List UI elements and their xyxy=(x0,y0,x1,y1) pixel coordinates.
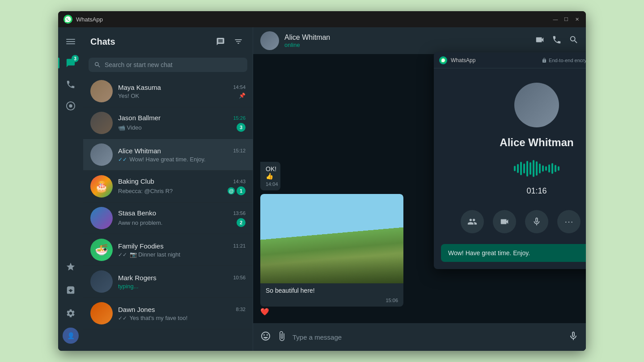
chat-time: 10:56 xyxy=(233,275,246,280)
message-bubble: OK! 👍 14:04 xyxy=(260,162,291,190)
chat-name: Maya Kasuma xyxy=(118,84,161,91)
chats-badge: 3 xyxy=(72,55,79,62)
chat-header: Alice Whitman online xyxy=(253,27,586,54)
search-bar xyxy=(83,56,253,76)
list-item[interactable]: 🍜 Family Foodies 11:21 ✓✓ 📷 Dinner last … xyxy=(83,234,253,266)
pin-icon: 📌 xyxy=(239,93,246,99)
svg-rect-1 xyxy=(66,39,75,40)
list-item[interactable]: Alice Whitman 15:12 ✓✓ Wow! Have great t… xyxy=(83,139,253,171)
chat-time: 15:12 xyxy=(233,148,246,153)
mic-button[interactable] xyxy=(568,331,579,344)
app-title: WhatsApp xyxy=(76,16,552,23)
avatar: 🎂 xyxy=(90,175,113,198)
participants-button[interactable] xyxy=(461,210,484,233)
list-item[interactable]: 🎂 Baking Club 14:43 Rebecca: @Chris R? @ xyxy=(83,171,253,202)
chat-header-status: online xyxy=(284,42,530,48)
chat-info: Dawn Jones 8:32 ✓✓ Yes that's my fave to… xyxy=(118,306,246,321)
avatar xyxy=(90,112,113,134)
sidebar-chats-icon[interactable]: 3 xyxy=(62,54,80,72)
maximize-button[interactable]: ☐ xyxy=(563,16,570,23)
close-button[interactable]: ✕ xyxy=(573,16,580,23)
unread-badge: 3 xyxy=(237,123,246,132)
user-avatar[interactable]: 👤 xyxy=(63,328,79,344)
chat-preview: Rebecca: @Chris R? xyxy=(118,188,228,194)
chat-time: 13:56 xyxy=(233,210,246,216)
list-item[interactable]: Dawn Jones 8:32 ✓✓ Yes that's my fave to… xyxy=(83,298,253,329)
filter-icon[interactable] xyxy=(231,34,246,49)
chat-input-bar xyxy=(253,323,586,351)
chat-time: 11:21 xyxy=(233,243,246,248)
chat-info: Jason Ballmer 15:26 📹 Video 3 xyxy=(118,114,246,132)
sidebar-calls-icon[interactable] xyxy=(62,76,80,93)
avatar xyxy=(90,270,113,293)
chat-name: Alice Whitman xyxy=(118,147,161,155)
avatar xyxy=(90,207,113,229)
voice-call-button[interactable] xyxy=(552,35,562,47)
sidebar-archived-icon[interactable] xyxy=(62,281,80,299)
sidebar-starred-icon[interactable] xyxy=(62,258,80,276)
sidebar-bottom: 👤 xyxy=(62,256,80,347)
chat-preview: 📹 Video xyxy=(118,124,237,131)
message-content: OK! 👍 14:04 xyxy=(260,162,280,190)
chat-list-panel: Chats xyxy=(83,27,253,351)
image-caption: So beautiful here! xyxy=(260,283,403,298)
image-time: 15:06 xyxy=(260,298,403,307)
list-item[interactable]: Maya Kasuma 14:54 Yes! OK 📌 xyxy=(83,76,253,107)
more-options-button[interactable]: ⋯ xyxy=(557,210,580,233)
sidebar-menu-icon[interactable] xyxy=(62,33,80,51)
search-icon xyxy=(94,61,101,68)
chat-info: Baking Club 14:43 Rebecca: @Chris R? @ 1 xyxy=(118,177,246,195)
mute-button[interactable] xyxy=(525,210,548,233)
chat-name: Jason Ballmer xyxy=(118,114,161,122)
list-item[interactable]: Jason Ballmer 15:26 📹 Video 3 xyxy=(83,107,253,139)
call-overlay-titlebar: WhatsApp End-to-end encrypted — ☐ ✕ xyxy=(434,52,586,68)
sidebar-settings-icon[interactable] xyxy=(62,304,80,322)
chat-info: Stasa Benko 13:56 Aww no problem. 2 xyxy=(118,209,246,227)
new-chat-button[interactable] xyxy=(213,34,228,49)
chat-info: Mark Rogers 10:56 typing... xyxy=(118,274,246,290)
video-call-button[interactable] xyxy=(535,35,545,47)
call-avatar xyxy=(514,83,559,127)
chat-preview: Yes! OK xyxy=(118,93,239,99)
search-input[interactable] xyxy=(105,61,242,68)
list-item[interactable]: Mark Rogers 10:56 typing... xyxy=(83,266,253,298)
call-contact-name: Alice Whitman xyxy=(500,136,573,149)
app-logo xyxy=(64,15,72,24)
title-bar: WhatsApp — ☐ ✕ xyxy=(58,11,586,27)
avatar xyxy=(90,80,113,102)
chat-time: 8:32 xyxy=(236,307,246,312)
minimize-button[interactable]: — xyxy=(552,16,559,23)
avatar xyxy=(90,143,113,166)
list-item[interactable]: Stasa Benko 13:56 Aww no problem. 2 xyxy=(83,202,253,234)
attach-button[interactable] xyxy=(276,331,287,344)
search-input-wrap xyxy=(89,58,247,72)
chat-time: 14:43 xyxy=(233,179,246,184)
chat-name: Dawn Jones xyxy=(118,306,155,313)
app-body: 3 xyxy=(58,27,586,351)
call-encryption: End-to-end encrypted xyxy=(530,58,586,63)
call-overlay-app-name: WhatsApp xyxy=(451,57,530,63)
emoji-button[interactable] xyxy=(260,331,271,344)
window-controls: — ☐ ✕ xyxy=(552,16,580,23)
chat-header-avatar[interactable] xyxy=(260,31,279,50)
unread-badge: 2 xyxy=(237,218,246,227)
sidebar-status-icon[interactable] xyxy=(62,97,80,115)
chat-info: Maya Kasuma 14:54 Yes! OK 📌 xyxy=(118,84,246,99)
chat-name: Stasa Benko xyxy=(118,209,156,217)
image-placeholder xyxy=(260,194,403,283)
encryption-text: End-to-end encrypted xyxy=(549,58,586,63)
image-wrap: So beautiful here! 15:06 xyxy=(260,194,403,307)
svg-rect-2 xyxy=(66,41,75,42)
message-text: OK! 👍 xyxy=(266,165,276,180)
sidebar: 3 xyxy=(58,27,83,351)
message-input[interactable] xyxy=(292,333,563,341)
search-button[interactable] xyxy=(569,35,579,47)
call-timer: 01:16 xyxy=(526,186,547,196)
image-message: So beautiful here! 15:06 ❤️ xyxy=(260,194,403,316)
chat-list-header: Chats xyxy=(83,27,253,56)
avatar: 🍜 xyxy=(90,239,113,261)
video-toggle-button[interactable] xyxy=(493,210,516,233)
svg-rect-3 xyxy=(66,43,75,44)
mention-badge: @ xyxy=(228,187,235,194)
call-overlay-body: Alice Whitman xyxy=(434,68,586,244)
